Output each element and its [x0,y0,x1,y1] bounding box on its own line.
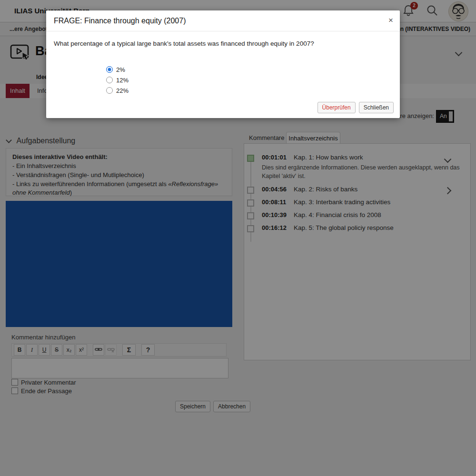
radio-selected-icon[interactable] [106,66,113,73]
modal-question: What percentage of a typical large bank'… [54,40,314,47]
answer-option[interactable]: 12% [106,75,129,85]
answer-label: 22% [116,87,129,94]
close-icon[interactable]: × [388,10,393,30]
modal-title: FRAGE: Finance through equity (2007) [54,10,186,31]
close-modal-button[interactable]: Schließen [359,102,394,113]
answer-label: 12% [116,77,129,84]
radio-icon[interactable] [106,77,113,83]
ilias-page: ILIAS Universität Bern 2 [0,0,476,476]
question-modal: FRAGE: Finance through equity (2007) × W… [46,10,400,118]
answer-label: 2% [116,66,125,73]
answer-option[interactable]: 22% [106,86,129,95]
modal-header: FRAGE: Finance through equity (2007) × [46,10,400,31]
answer-option[interactable]: 2% [106,65,129,74]
check-answer-button[interactable]: Überprüfen [317,102,356,113]
answer-options: 2% 12% 22% [106,65,129,96]
radio-icon[interactable] [106,87,113,94]
